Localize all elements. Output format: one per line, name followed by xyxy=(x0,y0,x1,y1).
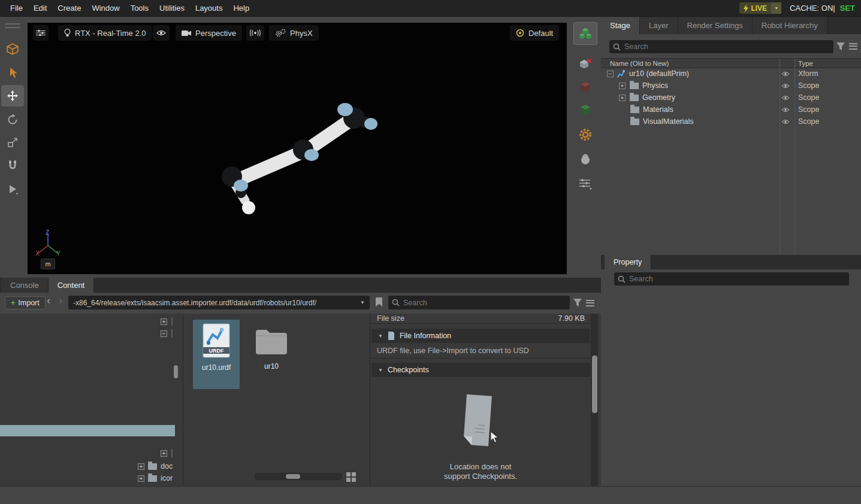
toolbar-grip[interactable] xyxy=(1,20,24,31)
prim-type: Scope xyxy=(798,81,819,90)
slider-handle[interactable] xyxy=(286,474,300,479)
tab-property[interactable]: Property xyxy=(605,255,651,269)
menu-window[interactable]: Window xyxy=(86,4,125,13)
content-grid[interactable]: URDF ur10.urdf ur10 xyxy=(183,314,370,486)
tree-collapse-toggle[interactable]: − xyxy=(161,330,167,337)
visibility-eye-icon[interactable] xyxy=(781,119,790,125)
stage-filter-button[interactable] xyxy=(836,42,845,50)
physics-button[interactable]: PhysX xyxy=(269,25,319,41)
menu-utilities[interactable]: Utilities xyxy=(154,4,190,13)
back-button[interactable]: ‹ xyxy=(47,294,50,307)
menu-tools[interactable]: Tools xyxy=(125,4,154,13)
content-filter-button[interactable] xyxy=(573,299,582,306)
stage-row-materials[interactable]: Materials Scope xyxy=(601,104,861,116)
stage-row-geometry[interactable]: + Geometry Scope xyxy=(601,92,861,104)
play-button[interactable] xyxy=(1,178,24,200)
grid-view-button[interactable] xyxy=(346,472,357,482)
stage-row-physics[interactable]: + Physics Scope xyxy=(601,80,861,92)
viewport-settings-button[interactable] xyxy=(33,25,49,41)
stage-options-button[interactable] xyxy=(849,41,857,51)
forward-button[interactable]: › xyxy=(59,294,62,307)
audio-button[interactable] xyxy=(246,25,264,41)
lighting-button[interactable]: Default xyxy=(510,25,559,41)
expand-toggle[interactable]: + xyxy=(619,95,626,101)
path-input[interactable] xyxy=(73,299,360,307)
tree-expand-toggle[interactable]: + xyxy=(161,318,167,325)
visibility-eye-icon[interactable] xyxy=(781,71,790,77)
menu-file[interactable]: File xyxy=(5,4,28,13)
path-dropdown-icon[interactable]: ▼ xyxy=(360,300,365,305)
tree-item-icor[interactable]: + icor xyxy=(138,474,173,482)
tree-expand-toggle[interactable]: + xyxy=(161,450,167,457)
name-column-header[interactable]: Name (Old to New) xyxy=(610,60,669,67)
renderer-button[interactable]: RTX - Real-Time 2.0 xyxy=(58,25,152,41)
cube-delete-button[interactable] xyxy=(573,53,597,75)
visibility-eye-icon[interactable] xyxy=(781,83,790,89)
set-button[interactable]: SET xyxy=(840,4,855,13)
file-ur10-urdf[interactable]: URDF ur10.urdf xyxy=(193,320,240,389)
expand-toggle[interactable]: + xyxy=(138,475,144,482)
thumbnail-size-slider[interactable] xyxy=(255,473,342,480)
content-search[interactable] xyxy=(388,296,570,309)
property-search[interactable] xyxy=(614,272,849,286)
stage-search[interactable] xyxy=(609,40,833,53)
content-tree[interactable]: + − + + doc + icor xyxy=(0,314,183,486)
menu-edit[interactable]: Edit xyxy=(28,4,52,13)
grid-view-icon xyxy=(346,472,357,482)
live-button[interactable]: LIVE xyxy=(739,2,771,14)
cube-red-button[interactable] xyxy=(573,75,597,98)
cube-green-button[interactable] xyxy=(573,98,597,121)
live-dropdown-button[interactable]: ▼ xyxy=(771,2,781,14)
menu-create[interactable]: Create xyxy=(52,4,86,13)
tree-item-doc[interactable]: + doc xyxy=(138,462,173,470)
content-search-input[interactable] xyxy=(403,299,566,307)
stage-search-input[interactable] xyxy=(624,42,830,51)
select-mode-button[interactable] xyxy=(1,38,24,60)
tree-scroll-mark xyxy=(171,449,173,457)
bookmark-button[interactable] xyxy=(376,297,382,306)
type-column-header[interactable]: Type xyxy=(798,60,813,67)
file-information-header[interactable]: ▼ File Information xyxy=(371,329,590,343)
viewport-visibility-button[interactable] xyxy=(153,25,170,41)
cursor-tool-button[interactable] xyxy=(1,62,24,84)
tab-layer[interactable]: Layer xyxy=(640,17,678,34)
magnet-icon xyxy=(7,159,19,171)
selection-set-button[interactable] xyxy=(573,22,597,45)
visibility-eye-icon[interactable] xyxy=(781,95,790,101)
collapse-toggle[interactable]: − xyxy=(607,71,614,77)
expand-toggle[interactable]: + xyxy=(619,83,626,89)
tab-content[interactable]: Content xyxy=(49,278,95,293)
details-scrollbar-thumb[interactable] xyxy=(592,356,597,413)
mass-tool-button[interactable] xyxy=(573,147,597,170)
lighting-label: Default xyxy=(528,29,553,38)
move-tool-button[interactable] xyxy=(1,85,24,107)
menu-layouts[interactable]: Layouts xyxy=(190,4,228,13)
stage-row-ur10[interactable]: − ur10 (defaultPrim) Xform xyxy=(601,68,861,80)
tab-stage[interactable]: Stage xyxy=(601,17,640,34)
scale-tool-button[interactable] xyxy=(1,132,24,153)
visibility-eye-icon[interactable] xyxy=(781,107,790,113)
unit-badge[interactable]: m xyxy=(41,259,55,269)
folder-ur10[interactable]: ur10 xyxy=(248,320,295,389)
property-search-input[interactable] xyxy=(629,275,845,283)
snap-tool-button[interactable] xyxy=(1,154,24,176)
camera-button[interactable]: Perspective xyxy=(176,25,242,41)
path-field[interactable]: ▼ xyxy=(68,296,370,309)
physics-settings-button[interactable] xyxy=(573,123,597,146)
stage-row-visualmaterials[interactable]: VisualMaterials Scope xyxy=(601,116,861,127)
tab-console[interactable]: Console xyxy=(1,278,49,293)
folder-icon xyxy=(148,475,157,482)
import-button[interactable]: + Import xyxy=(5,296,46,309)
details-scrollbar[interactable] xyxy=(591,314,598,486)
content-options-button[interactable] xyxy=(586,298,594,308)
tab-render-settings[interactable]: Render Settings xyxy=(678,17,753,34)
rotate-tool-button[interactable] xyxy=(1,109,24,130)
tree-scrollbar-thumb[interactable] xyxy=(174,365,178,378)
viewport-3d[interactable]: RTX - Real-Time 2.0 Perspective PhysX De… xyxy=(28,23,567,274)
tree-selected-row[interactable] xyxy=(0,425,175,436)
expand-toggle[interactable]: + xyxy=(138,463,144,470)
display-options-button[interactable] xyxy=(573,172,597,195)
checkpoints-header[interactable]: ▼ Checkpoints xyxy=(371,363,590,377)
tab-robot-hierarchy[interactable]: Robot Hierarchy xyxy=(753,17,827,34)
menu-help[interactable]: Help xyxy=(228,4,255,13)
